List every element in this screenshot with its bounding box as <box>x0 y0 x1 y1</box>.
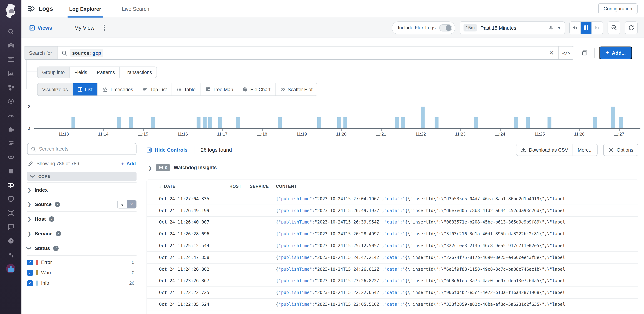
security-icon[interactable] <box>6 195 15 203</box>
add-button[interactable]: + Add... <box>599 47 632 59</box>
column-header-service[interactable]: SERVICE <box>250 184 276 188</box>
visualize-option-scatter-plot[interactable]: Scatter Plot <box>275 83 317 96</box>
column-header-host[interactable]: HOST <box>230 184 250 188</box>
visualize-option-timeseries[interactable]: Timeseries <box>98 83 138 96</box>
histogram-bar[interactable] <box>343 117 347 128</box>
column-header-date[interactable]: ↓ DATE <box>159 184 230 189</box>
time-range-selector[interactable]: 15m Past 15 Minutes ▼ <box>460 21 565 34</box>
log-row[interactable]: Oct 24 11:24:26.802{"publishTime":"2023-… <box>147 263 638 275</box>
histogram-bar[interactable] <box>401 117 405 128</box>
checkbox-checked[interactable]: ✓ <box>27 280 33 286</box>
facet-search-input[interactable]: Search facets <box>27 143 136 155</box>
histogram-bar[interactable] <box>72 117 76 128</box>
checkbox-checked[interactable]: ✓ <box>27 270 33 275</box>
add-facet-button[interactable]: + Add <box>121 161 136 167</box>
visualize-option-list[interactable]: List <box>73 83 98 96</box>
visualize-option-tree-map[interactable]: Tree Map <box>200 83 238 96</box>
histogram-bar[interactable] <box>196 117 200 128</box>
histogram-bar[interactable] <box>129 117 133 128</box>
group-into-option-fields[interactable]: Fields <box>70 67 92 78</box>
log-row[interactable]: Oct 24 11:22:05.524{"publishTime":"2023-… <box>147 299 638 310</box>
log-volume-histogram[interactable]: 2 0 11:1311:1411:1511:1611:1711:1811:191… <box>0 99 644 141</box>
log-pipelines-icon[interactable] <box>6 139 15 147</box>
apm-icon[interactable] <box>6 97 15 106</box>
histogram-bar[interactable] <box>202 117 206 128</box>
help-icon[interactable]: ? <box>6 236 15 245</box>
histogram-bar[interactable] <box>526 117 530 128</box>
facet-row-index[interactable]: ❯Index <box>27 182 136 197</box>
visualize-option-top-list[interactable]: Top List <box>138 83 172 96</box>
search-icon[interactable] <box>6 27 15 36</box>
datadog-logo[interactable] <box>4 3 18 19</box>
ci-icon[interactable] <box>6 153 15 161</box>
log-row[interactable]: Oct 24 11:26:28.696{"publishTime":"2023-… <box>147 228 638 240</box>
more-button[interactable]: More... <box>573 144 597 156</box>
user-avatar[interactable] <box>6 264 15 273</box>
group-into-option-patterns[interactable]: Patterns <box>92 67 120 78</box>
histogram-bar[interactable] <box>151 117 155 128</box>
query-token[interactable]: source:gcp <box>70 49 103 57</box>
infrastructure-icon[interactable] <box>6 55 15 64</box>
histogram-bar[interactable] <box>278 117 282 128</box>
log-row[interactable]: Oct 24 11:25:12.544{"publishTime":"2023-… <box>147 240 638 252</box>
code-syntax-toggle[interactable]: </> <box>558 47 574 59</box>
network-icon[interactable] <box>6 208 15 217</box>
histogram-bar[interactable] <box>593 117 597 128</box>
feedback-icon[interactable] <box>6 222 15 231</box>
services-icon[interactable] <box>6 83 15 92</box>
status-value-error[interactable]: ✓Error0 <box>27 257 136 267</box>
ai-assistant-icon[interactable] <box>6 250 15 259</box>
remove-filter-icon[interactable]: ✕ <box>127 200 136 208</box>
current-view-name[interactable]: My View <box>74 25 94 31</box>
copy-icon[interactable] <box>579 48 590 58</box>
view-menu-kebab-icon[interactable] <box>102 24 106 32</box>
log-row[interactable]: Oct 24 11:24:47.358{"publishTime":"2023-… <box>147 252 638 263</box>
filter-icon[interactable] <box>118 200 127 208</box>
zoom-out-button[interactable] <box>608 21 620 34</box>
watchdog-insights-row[interactable]: ❯ 0 Watchdog Insights <box>146 160 638 175</box>
dashboards-icon[interactable] <box>6 111 15 119</box>
pause-button[interactable] <box>581 22 592 34</box>
rewind-button[interactable] <box>570 22 581 34</box>
checkbox-checked[interactable]: ✓ <box>27 259 33 265</box>
histogram-bar[interactable] <box>236 117 240 128</box>
facet-row-service[interactable]: ❯Service✓ <box>27 226 136 241</box>
histogram-bar[interactable] <box>208 117 212 128</box>
status-value-warn[interactable]: ✓Warn0 <box>27 267 136 278</box>
histogram-bar[interactable] <box>117 117 121 128</box>
logs-icon[interactable] <box>6 181 15 189</box>
flex-logs-toggle[interactable] <box>439 24 452 31</box>
histogram-bar[interactable] <box>421 107 424 128</box>
watchdog-icon[interactable] <box>6 41 15 50</box>
status-value-info[interactable]: ✓Info26 <box>27 278 136 288</box>
group-into-option-transactions[interactable]: Transactions <box>120 67 157 78</box>
column-header-content[interactable]: CONTENT <box>276 184 638 188</box>
edit-pencil-icon[interactable] <box>28 161 33 166</box>
histogram-bar[interactable] <box>318 117 322 128</box>
notebooks-icon[interactable] <box>6 167 15 175</box>
histogram-bar[interactable] <box>395 117 399 128</box>
configuration-button[interactable]: Configuration <box>598 3 638 14</box>
log-row[interactable]: Oct 24 11:26:49.199{"publishTime":"2023-… <box>147 205 638 217</box>
facet-row-status[interactable]: ❯Status✓ <box>27 241 136 256</box>
log-row[interactable]: Oct 24 11:22:22.725{"publishTime":"2023-… <box>147 287 638 299</box>
clear-search-icon[interactable]: ✕ <box>545 47 558 59</box>
integrations-icon[interactable] <box>6 125 15 133</box>
histogram-bar[interactable] <box>218 117 222 128</box>
log-row[interactable]: Oct 24 11:23:26.867{"publishTime":"2023-… <box>147 275 638 287</box>
histogram-bar[interactable] <box>514 117 518 128</box>
visualize-option-pie-chart[interactable]: Pie Chart <box>238 83 276 96</box>
log-row[interactable]: Oct 24 11:27:04.335{"publishTime":"2023-… <box>147 193 638 205</box>
chevron-down-icon[interactable]: ▼ <box>557 26 561 30</box>
facet-row-host[interactable]: ❯Host✓ <box>27 212 136 226</box>
histogram-bar[interactable] <box>474 117 478 128</box>
histogram-bar[interactable] <box>337 117 341 128</box>
facet-section-core[interactable]: ❯ CORE <box>27 172 136 181</box>
tab-live-search[interactable]: Live Search <box>120 0 151 18</box>
visualize-option-table[interactable]: Table <box>172 83 201 96</box>
histogram-bar[interactable] <box>619 117 623 128</box>
facet-row-source[interactable]: ❯Source✓✕ <box>27 197 136 212</box>
views-button[interactable]: Views <box>29 25 52 31</box>
hide-controls-button[interactable]: Hide Controls <box>146 147 188 153</box>
tab-log-explorer[interactable]: Log Explorer <box>67 0 103 18</box>
